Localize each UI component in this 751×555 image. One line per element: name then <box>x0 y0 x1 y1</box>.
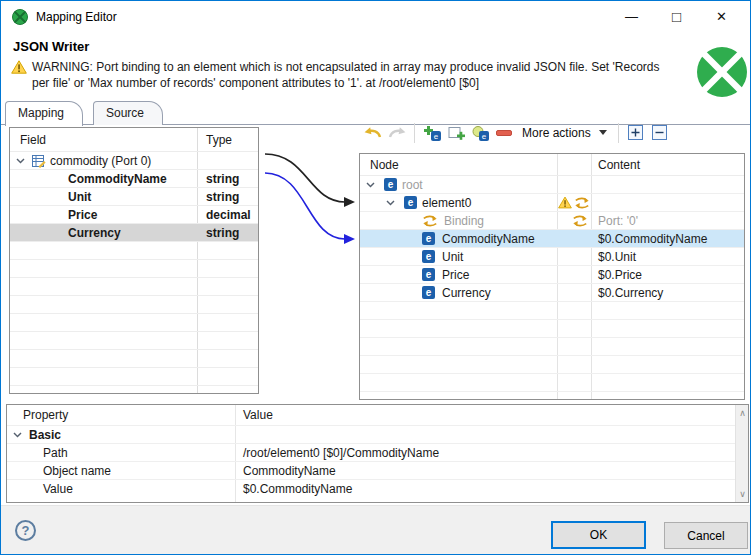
redo-button[interactable] <box>385 121 409 145</box>
empty-row <box>10 296 258 314</box>
field-root-label: commodity (Port 0) <box>50 152 151 170</box>
element-icon: e <box>422 232 435 245</box>
binding-icon <box>574 196 590 210</box>
node-tree-header: Node Content <box>360 154 744 176</box>
clover-logo <box>697 45 747 99</box>
tree-row-commodityname-selected[interactable]: e CommodityName $0.CommodityName <box>360 230 744 248</box>
type-column-header: Type <box>206 128 232 152</box>
value-column-header: Value <box>243 405 273 425</box>
maximize-button[interactable]: □ <box>654 1 699 32</box>
add-wildcard-element-button[interactable]: e <box>468 121 492 145</box>
ok-button[interactable]: OK <box>551 521 646 549</box>
property-row-path[interactable]: Path /root/element0 [$0]/CommodityName <box>7 443 748 461</box>
warning-text: WARNING: Port binding to an element whic… <box>32 59 670 91</box>
chevron-down-icon[interactable] <box>366 182 375 188</box>
tab-mapping[interactable]: Mapping <box>5 101 83 126</box>
cancel-button[interactable]: Cancel <box>664 522 748 549</box>
tree-toolbar: e e More actions <box>361 119 672 146</box>
toolbar-separator <box>618 123 619 143</box>
node-tree: Node Content e root e element0 <box>359 153 745 400</box>
chevron-down-icon <box>599 130 607 135</box>
field-root-row[interactable]: commodity (Port 0) <box>10 152 258 170</box>
expand-all-button[interactable] <box>624 121 648 145</box>
add-element-button[interactable]: e <box>420 121 444 145</box>
empty-row <box>360 320 744 338</box>
empty-row <box>10 368 258 386</box>
empty-row <box>360 356 744 374</box>
undo-icon <box>363 125 383 140</box>
tree-row-root[interactable]: e root <box>360 176 744 194</box>
tree-row-binding[interactable]: Binding Port: '0' <box>360 212 744 230</box>
help-button[interactable]: ? <box>15 520 36 541</box>
element-icon: e <box>422 268 435 281</box>
mapping-arrows <box>257 126 359 406</box>
empty-row <box>10 260 258 278</box>
scroll-down-button[interactable]: ∨ <box>736 487 749 501</box>
add-wildcard-element-icon: e <box>472 125 489 141</box>
property-scrollbar[interactable]: ∧ ∨ <box>735 405 748 502</box>
property-group-basic[interactable]: Basic <box>7 425 748 443</box>
binding-icon <box>422 214 438 228</box>
svg-text:e: e <box>434 132 439 141</box>
tree-row-price[interactable]: e Price $0.Price <box>360 266 744 284</box>
collapse-all-icon <box>652 125 667 140</box>
mapping-editor-dialog: Mapping Editor — □ ✕ JSON Writer WARNING… <box>0 0 751 555</box>
element-icon: e <box>404 196 417 209</box>
warning-icon <box>11 60 27 74</box>
expand-all-icon <box>628 125 643 140</box>
empty-row <box>10 350 258 368</box>
node-column-header: Node <box>370 154 399 176</box>
tab-source[interactable]: Source <box>93 101 163 125</box>
field-row-price[interactable]: Price decimal <box>10 206 258 224</box>
property-row-value[interactable]: Value $0.CommodityName <box>7 479 748 497</box>
field-row-commodityname[interactable]: CommodityName string <box>10 170 258 188</box>
element-icon: e <box>422 250 435 263</box>
content-column-header: Content <box>598 154 640 176</box>
add-object-button[interactable] <box>444 121 468 145</box>
collapse-all-button[interactable] <box>648 121 672 145</box>
scroll-up-button[interactable]: ∧ <box>736 406 749 420</box>
field-row-unit[interactable]: Unit string <box>10 188 258 206</box>
warning-banner: WARNING: Port binding to an element whic… <box>11 59 671 91</box>
field-table-header: Field Type <box>10 128 258 152</box>
empty-row <box>360 338 744 356</box>
record-metadata-icon <box>32 154 46 168</box>
add-object-icon <box>448 125 465 141</box>
window-title: Mapping Editor <box>36 10 117 24</box>
add-element-icon: e <box>423 125 441 141</box>
empty-row <box>10 242 258 260</box>
remove-button[interactable] <box>492 121 516 145</box>
empty-row <box>10 314 258 332</box>
chevron-down-icon[interactable] <box>16 158 25 164</box>
footer-bar: ? OK Cancel <box>1 505 750 554</box>
more-actions-button[interactable]: More actions <box>516 121 613 145</box>
field-row-currency-selected[interactable]: Currency string <box>10 224 258 242</box>
chevron-down-icon[interactable] <box>13 432 22 438</box>
chevron-down-icon[interactable] <box>386 200 395 206</box>
close-button[interactable]: ✕ <box>699 1 744 32</box>
warning-icon <box>558 196 572 209</box>
element-icon: e <box>384 178 397 191</box>
property-panel: Property Value Basic Path /root/element0… <box>6 404 749 503</box>
titlebar[interactable]: Mapping Editor — □ ✕ <box>1 1 750 32</box>
clover-app-icon <box>12 9 28 25</box>
tree-row-unit[interactable]: e Unit $0.Unit <box>360 248 744 266</box>
redo-icon <box>387 125 407 140</box>
binding-icon <box>572 214 588 228</box>
property-column-header: Property <box>23 405 68 425</box>
minimize-button[interactable]: — <box>609 1 654 32</box>
empty-row <box>360 374 744 392</box>
property-header: Property Value <box>7 405 748 425</box>
empty-row <box>10 278 258 296</box>
empty-row <box>360 302 744 320</box>
tree-row-currency[interactable]: e Currency $0.Currency <box>360 284 744 302</box>
component-title: JSON Writer <box>13 39 89 54</box>
field-column-header: Field <box>20 128 46 152</box>
field-table: Field Type commodity (Port 0) CommodityN… <box>9 127 259 394</box>
tree-row-element0[interactable]: e element0 <box>360 194 744 212</box>
empty-row <box>10 332 258 350</box>
property-row-object-name[interactable]: Object name CommodityName <box>7 461 748 479</box>
undo-button[interactable] <box>361 121 385 145</box>
toolbar-separator <box>414 123 415 143</box>
svg-text:e: e <box>481 132 486 141</box>
